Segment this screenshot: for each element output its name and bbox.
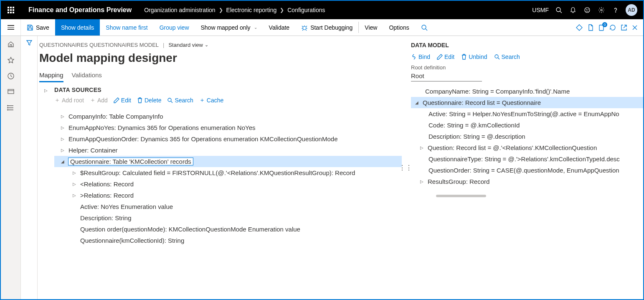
tree-node-questionnaire[interactable]: ◢Questionnaire: Table 'KMCollection' rec… (54, 156, 402, 167)
dm-node-active[interactable]: Active: String = Helper.NoYesEnumToStrin… (411, 108, 643, 119)
avatar[interactable]: AD (626, 4, 637, 16)
hamburger-menu[interactable] (1, 19, 21, 36)
tree-node-description[interactable]: Description: String (54, 212, 402, 224)
expand-icon[interactable]: ▷ (419, 145, 424, 150)
datasourcetypes-expander[interactable]: ▷ (44, 88, 48, 246)
save-button[interactable]: Save (21, 19, 55, 36)
add-root-button[interactable]: ＋Add root (54, 97, 84, 104)
dm-node-code[interactable]: Code: String = @.kmCollectionId (411, 119, 643, 131)
edit-button[interactable]: Edit (114, 97, 131, 104)
view-selector[interactable]: Standard view ⌄ (168, 42, 208, 48)
action-search-button[interactable] (415, 19, 434, 36)
bind-button[interactable]: Bind (411, 53, 430, 60)
dm-node-description[interactable]: Description: String = @.description (411, 131, 643, 142)
svg-point-0 (556, 8, 560, 12)
app-launcher[interactable] (1, 1, 21, 19)
dm-search-button[interactable]: Search (494, 53, 520, 60)
crumb-electronic-reporting[interactable]: Electronic reporting (226, 7, 277, 13)
svg-line-19 (171, 101, 172, 103)
svg-point-18 (168, 98, 171, 102)
dm-node-question[interactable]: ▷Question: Record list = @.'<Relations'.… (411, 142, 643, 153)
tree-node-active[interactable]: Active: NoYes Enumeration value (54, 201, 402, 212)
delete-button[interactable]: Delete (137, 97, 161, 104)
star-icon[interactable] (7, 56, 15, 64)
plus-icon: ＋ (54, 97, 60, 104)
tree-node-helper[interactable]: ▷Helper: Container (54, 145, 402, 156)
show-mapped-only-button[interactable]: Show mapped only⌄ (195, 19, 263, 36)
tree-node-relations-back[interactable]: ▷<Relations: Record (54, 178, 402, 190)
help-icon[interactable] (611, 6, 620, 14)
tree-node-questionnaireid[interactable]: Questionnaire(kmCollectionId): String (54, 235, 402, 246)
chevron-right-icon: ❯ (219, 7, 223, 13)
tree-node-companyinfo[interactable]: ▷CompanyInfo: Table CompanyInfo (54, 111, 402, 122)
close-icon[interactable] (631, 24, 638, 31)
filter-icon[interactable] (26, 39, 33, 299)
group-view-button[interactable]: Group view (154, 19, 195, 36)
collapse-icon[interactable]: ◢ (414, 100, 419, 105)
smile-icon[interactable] (583, 6, 591, 14)
start-debugging-button[interactable]: Start Debugging (295, 19, 358, 36)
home-icon[interactable] (7, 40, 15, 48)
dm-node-resultsgroup[interactable]: ▷ResultsGroup: Record (411, 176, 643, 187)
plus-icon: ＋ (199, 97, 205, 104)
svg-point-3 (586, 9, 587, 10)
validate-button[interactable]: Validate (263, 19, 296, 36)
modules-icon[interactable] (7, 104, 15, 112)
dm-node-questionorder[interactable]: QuestionOrder: String = CASE(@.questionM… (411, 165, 643, 176)
save-icon (27, 24, 33, 31)
options-button[interactable]: Options (383, 19, 415, 36)
gear-icon[interactable] (597, 6, 606, 14)
tree-node-questionorder[interactable]: Question order(questionMode): KMCollecti… (54, 224, 402, 235)
tab-mapping[interactable]: Mapping (39, 70, 63, 82)
show-name-first-button[interactable]: Show name first (100, 19, 153, 36)
notifications-icon[interactable]: 0 (598, 24, 605, 31)
show-details-button[interactable]: Show details (55, 19, 100, 36)
refresh-icon[interactable] (609, 24, 616, 31)
unbind-button[interactable]: Unbind (461, 53, 487, 60)
diamond-icon[interactable] (576, 24, 583, 31)
expand-icon[interactable]: ▷ (60, 148, 65, 153)
expand-icon[interactable]: ▷ (60, 125, 65, 130)
search-icon[interactable] (555, 6, 563, 14)
data-model-title: DATA MODEL (411, 42, 643, 48)
tab-validations[interactable]: Validations (72, 70, 102, 82)
pencil-icon (114, 97, 119, 103)
expand-icon[interactable]: ▷ (72, 182, 77, 186)
recent-icon[interactable] (7, 72, 15, 80)
company-code[interactable]: USMF (532, 7, 549, 13)
attachments-icon[interactable] (587, 24, 594, 31)
dm-edit-button[interactable]: Edit (437, 53, 454, 60)
workspace-icon[interactable] (7, 88, 15, 96)
tree-node-relations-fwd[interactable]: ▷>Relations: Record (54, 190, 402, 201)
tree-node-enum-questionorder[interactable]: ▷EnumAppQuestionOrder: Dynamics 365 for … (54, 133, 402, 145)
expand-icon[interactable]: ▷ (60, 114, 65, 119)
crumb-configurations[interactable]: Configurations (287, 7, 325, 13)
cache-button[interactable]: ＋Cache (199, 97, 223, 104)
open-new-icon[interactable] (621, 24, 627, 31)
expand-icon[interactable]: ▷ (72, 170, 77, 175)
expand-icon[interactable]: ▷ (419, 179, 424, 184)
view-button[interactable]: View (359, 19, 383, 36)
link-icon (411, 54, 417, 60)
splitter[interactable]: ⋮⋮ (402, 36, 409, 299)
horizontal-scrollbar[interactable] (436, 195, 486, 197)
root-definition-value[interactable]: Root (411, 71, 482, 81)
bell-icon[interactable] (569, 6, 577, 14)
plus-icon: ＋ (90, 97, 96, 104)
tree-node-resultgroup[interactable]: ▷$ResultGroup: Calculated field = FIRSTO… (54, 167, 402, 178)
crumb-org-admin[interactable]: Organization administration (144, 7, 215, 13)
expand-icon[interactable]: ▷ (60, 137, 65, 141)
data-sources-tree: ▷CompanyInfo: Table CompanyInfo ▷EnumApp… (54, 111, 402, 246)
svg-point-15 (7, 105, 8, 106)
dm-node-questionnaire[interactable]: ◢Questionnaire: Record list = Questionna… (411, 97, 643, 108)
collapse-icon[interactable]: ◢ (60, 159, 65, 164)
dm-node-companyname[interactable]: CompanyName: String = CompanyInfo.'find(… (411, 86, 643, 97)
ds-search-button[interactable]: Search (167, 97, 193, 104)
tree-node-enum-noyes[interactable]: ▷EnumAppNoYes: Dynamics 365 for Operatio… (54, 122, 402, 133)
dm-node-questionnairetype[interactable]: QuestionnaireType: String = @.'>Relation… (411, 153, 643, 165)
expand-icon[interactable]: ▷ (72, 193, 77, 198)
page-path: QUESTIONNAIRES QUESTIONNAIRES MODEL (39, 42, 159, 48)
add-button[interactable]: ＋Add (90, 97, 108, 104)
trash-icon (461, 54, 467, 60)
svg-point-7 (303, 26, 306, 30)
